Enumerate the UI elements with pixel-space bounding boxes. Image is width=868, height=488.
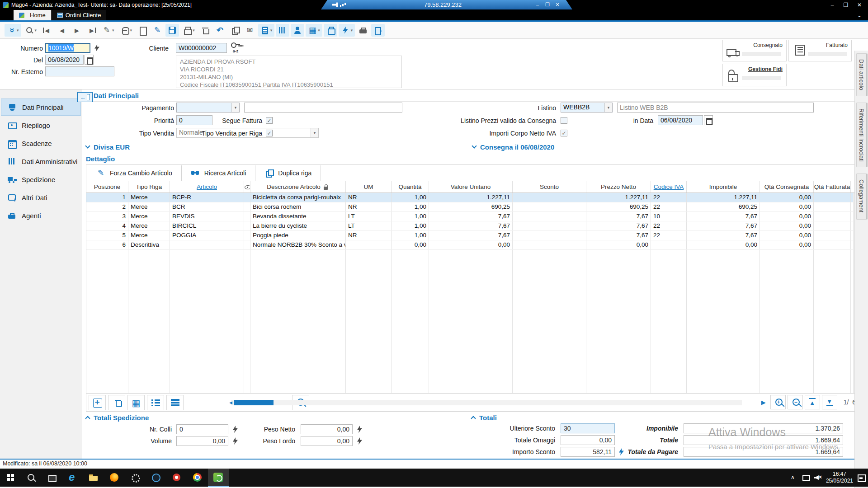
numero-input[interactable]: 10019/W [45,43,90,53]
gestione-fidi-box[interactable]: Gestione Fidi [722,64,787,86]
device-print-button[interactable] [324,24,337,37]
taskbar-search-button[interactable] [21,469,42,487]
importi-corpo-checkbox[interactable]: ✓ [561,130,567,136]
table-row-4[interactable]: 4MerceBIRCICLLa bierre du cyclisteLT1,00… [86,221,859,231]
gestione-fidi-link[interactable]: Gestione Fidi [748,66,783,72]
sidebar-item-scadenze[interactable]: Scadenze [1,135,81,152]
pagamento-combo[interactable]: ▾ [176,103,240,113]
numero-lightning-icon[interactable] [94,44,100,52]
forza-cambio-articolo-button[interactable]: Forza Cambio Articolo [87,165,182,181]
sidebar-item-agenti[interactable]: Agenti [1,207,81,224]
related-documents-button[interactable]: ▾ [306,24,322,37]
col-header-imponibile[interactable]: Imponibile [687,181,760,192]
dropdown-caret-icon[interactable]: ▾ [193,28,195,33]
action-center-icon[interactable] [857,474,865,482]
mail-button[interactable] [243,24,257,37]
peso-lordo-lightning-icon[interactable] [357,437,363,445]
edit-mode-button[interactable]: ▾ [100,24,117,37]
section-divisa[interactable]: Divisa EUR [86,141,130,153]
add-row-button[interactable] [89,395,106,410]
col-header-um[interactable]: UM [346,181,392,192]
ricerca-articoli-button[interactable]: Ricerca Articoli [182,165,256,181]
table-row-2[interactable]: 2MerceBCRBici corsa rochemNR1,00690,2569… [86,202,859,212]
sidebar-item-spedizione[interactable]: Spedizione [1,171,81,188]
expand-all-button[interactable]: ▾ [5,24,21,37]
copy-button[interactable] [228,24,242,37]
edit-document-button[interactable] [151,24,164,37]
dropdown-caret-icon[interactable]: ▾ [17,28,19,33]
tools-button[interactable] [356,24,370,37]
right-tab-riferimenti-incrociati[interactable]: Riferimenti Incrociati [856,103,868,168]
dropdown-caret-icon[interactable]: ▾ [270,28,273,33]
tab-home[interactable]: Home [14,10,51,20]
barcode-button[interactable] [276,24,289,37]
segue-fattura-checkbox[interactable]: ✓ [266,117,273,124]
col-header-tipo-riga[interactable]: Tipo Riga [128,181,170,192]
col-header-qtà-fatturata[interactable]: Qtà Fatturata [814,181,851,192]
section-totali-spedizione[interactable]: Totali Spedizione [86,412,461,423]
dropdown-caret-icon[interactable]: ▾ [112,28,114,33]
hidden-icons-chevron[interactable] [789,474,797,482]
grid-horizontal-scrollbar[interactable] [231,400,742,405]
taskbar-clock[interactable]: 16:47 25/05/2021 [826,471,853,484]
delete-row-button[interactable] [108,395,125,410]
exit-button[interactable] [371,24,385,37]
pagamento-desc-input[interactable] [244,103,402,113]
quick-actions-button[interactable]: ▾ [339,24,355,37]
nr-esterno-input[interactable] [45,66,114,76]
zoom-out-button[interactable]: − [788,395,803,409]
table-row-5[interactable]: 5MercePOGGIAPoggia piedeNR1,007,677,6722… [86,231,859,240]
print-button[interactable]: ▾ [180,24,197,37]
col-header-valore-unitario[interactable]: Valore Unitario [429,181,513,192]
section-totali[interactable]: Totali [472,412,497,423]
section-consegna[interactable]: Consegna il 06/08/2020 [472,141,554,153]
sidebar-item-altri-dati[interactable]: Altri Dati [1,189,81,206]
pagamento-dropdown-caret[interactable]: ▾ [231,103,239,112]
col-header-articolo[interactable]: Articolo [170,181,244,192]
col-header-sconto[interactable]: Sconto [513,181,586,192]
listino-desc-input[interactable]: Listino WEB B2B [617,103,814,113]
restore-button[interactable]: ❐ [839,0,853,10]
settings-icon[interactable] [125,469,146,487]
last-record-button[interactable] [85,24,99,37]
volume-muted-icon[interactable] [814,474,822,482]
previous-record-button[interactable] [55,24,69,37]
dropdown-caret-icon[interactable]: ▾ [35,28,37,33]
dropdown-caret-icon[interactable]: ▾ [130,28,132,33]
list-view-button[interactable] [147,395,164,410]
col-header-descrizione-articolo[interactable]: Descrizione Articolo [250,181,346,192]
in-data-input[interactable]: 06/08/2020 [658,115,703,125]
data-actions-button[interactable]: ▾ [118,24,135,37]
del-calendar-button[interactable] [85,55,94,65]
go-last-row-button[interactable] [822,395,837,409]
task-view-button[interactable] [42,469,62,487]
table-row-1[interactable]: 1MerceBCP-RBicicletta da corsa parigi-ro… [86,193,859,202]
rdp-close-button[interactable]: ✕ [552,2,562,8]
tab-list-chevron-icon[interactable]: ⌄ [857,12,862,19]
next-record-button[interactable] [70,24,84,37]
listino-dropdown-caret[interactable]: ▾ [604,103,612,112]
row-view-button[interactable] [166,395,184,410]
section-dettaglio[interactable]: Dettaglio [86,153,868,164]
chrome-icon[interactable] [187,469,208,487]
firefox-icon[interactable] [104,469,125,487]
go-first-row-button[interactable] [805,395,820,409]
listino-combo[interactable]: WEBB2B ▾ [561,103,613,113]
clock-app-icon[interactable] [146,469,166,487]
grid-view-button[interactable] [127,395,145,410]
col-header-codice-iva[interactable]: Codice IVA [651,181,687,192]
archive-documents-button[interactable]: ▾ [258,24,275,37]
peso-netto-input[interactable]: 0,00 [301,424,353,434]
listino-valido-checkbox[interactable] [561,117,567,124]
file-explorer-icon[interactable] [83,469,104,487]
close-button[interactable]: ✕ [853,0,866,10]
del-date-input[interactable]: 06/08/2020 [45,55,84,65]
table-row-6[interactable]: 6DescrittivaNormale NORB2B 30% Sconto a … [86,240,859,250]
customer-data-button[interactable] [291,24,304,37]
zoom-in-button[interactable]: + [770,395,786,409]
sidebar-item-dati-principali[interactable]: Dati Principali [1,99,81,116]
peso-lordo-input[interactable]: 0,00 [301,436,353,446]
col-header-eye[interactable] [244,181,250,192]
delete-button[interactable] [198,24,212,37]
show-current-row-icon[interactable]: ▶ [761,399,766,406]
